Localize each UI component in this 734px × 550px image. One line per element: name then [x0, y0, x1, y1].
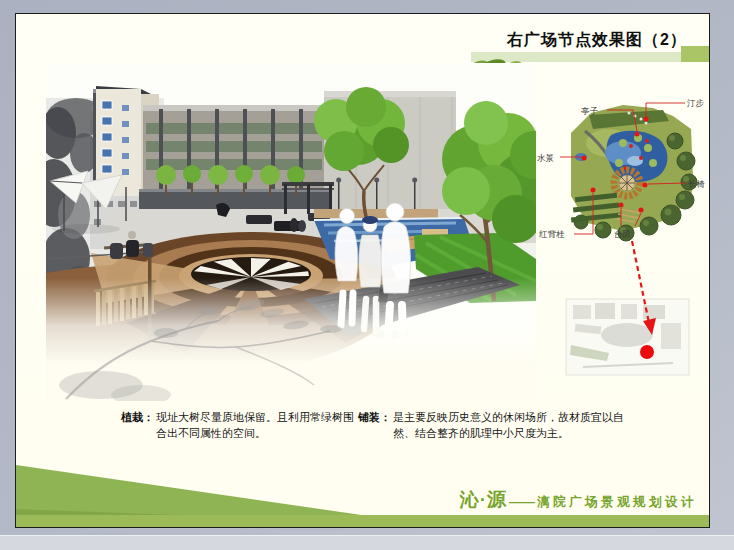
- location-red-dot: [640, 345, 654, 359]
- note-planting-label: 植栽：: [121, 410, 154, 442]
- note-planting: 植栽： 现址大树尽量原地保留。且利用常绿树围合出不同属性的空间。: [121, 410, 363, 442]
- note-paving-label: 铺装：: [358, 410, 391, 442]
- perspective-rendering: [46, 63, 536, 401]
- desktop: { "slide": { "title": "右广场节点效果图（2）", "no…: [0, 0, 734, 550]
- plan-drawing: [571, 105, 697, 241]
- bottom-green-decoration: [16, 465, 709, 527]
- plan-label-pavilion: 亭子: [581, 106, 599, 116]
- note-paving: 铺装： 是主要反映历史意义的休闲场所，故材质宜以自然、结合整齐的肌理中小尺度为主…: [358, 410, 624, 442]
- plan-label-waterscape: 水景: [537, 153, 555, 163]
- note-paving-text: 是主要反映历史意义的休闲场所，故材质宜以自然、结合整齐的肌理中小尺度为主。: [393, 410, 624, 442]
- note-planting-text: 现址大树尽量原地保留。且利用常绿树围合出不同属性的空间。: [156, 410, 363, 442]
- plan-label-steps: 台阶: [614, 229, 632, 239]
- presentation-slide: 右广场节点效果图（2）: [15, 13, 710, 528]
- plan-label-shrub: 红背桂: [539, 229, 565, 239]
- locator-thumbnail: [566, 241, 689, 375]
- page-title: 右广场节点效果图（2）: [507, 30, 687, 51]
- site-plan: 亭子 汀步 水景 长椅 红背桂 台阶: [523, 83, 713, 388]
- window-bottom-strip: [0, 535, 734, 550]
- plan-label-bench: 长椅: [688, 179, 705, 189]
- plan-label-stepping-stones: 汀步: [687, 98, 705, 108]
